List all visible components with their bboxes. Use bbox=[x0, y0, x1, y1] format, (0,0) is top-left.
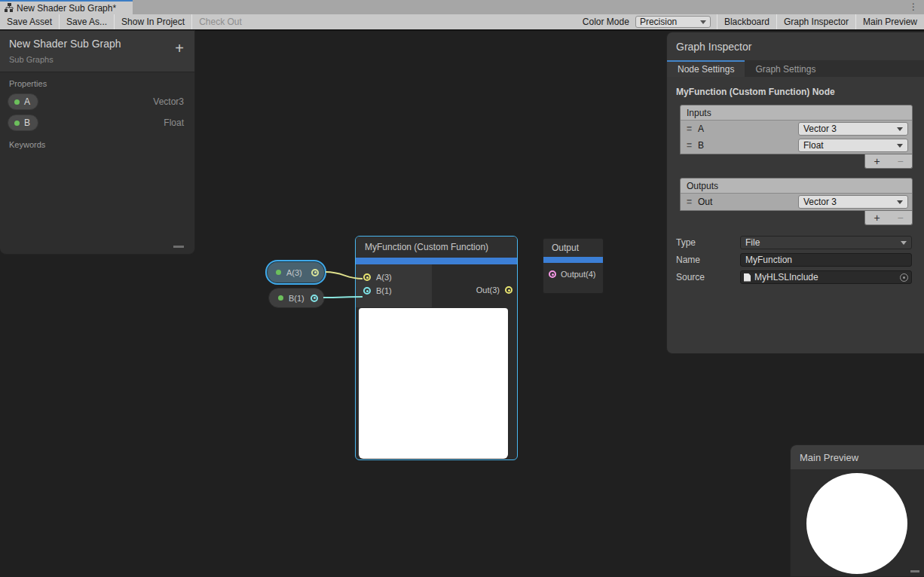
main-preview-toggle-button[interactable]: Main Preview bbox=[856, 14, 924, 29]
name-field-row: Name MyFunction bbox=[667, 253, 924, 267]
property-type: Float bbox=[164, 118, 184, 128]
source-field-row: Source MyHLSLInclude bbox=[667, 270, 924, 284]
property-pill[interactable]: A bbox=[8, 93, 38, 110]
blackboard-subtitle: Sub Graphs bbox=[9, 55, 185, 64]
show-in-project-button[interactable]: Show In Project bbox=[115, 14, 191, 29]
input-type-dropdown[interactable]: Vector 3 bbox=[798, 122, 908, 136]
toolbar: Save Asset Save As... Show In Project Ch… bbox=[0, 14, 924, 31]
input-row-b[interactable]: = B Float bbox=[681, 137, 912, 154]
source-label: Source bbox=[676, 272, 740, 282]
graph-inspector-title[interactable]: Graph Inspector bbox=[667, 32, 924, 60]
output-node[interactable]: Output Output(4) bbox=[543, 238, 604, 294]
add-output-button[interactable]: + bbox=[874, 212, 880, 224]
add-input-button[interactable]: + bbox=[874, 155, 880, 167]
color-mode-value: Precision bbox=[640, 17, 677, 27]
input-port-icon[interactable] bbox=[363, 287, 371, 295]
main-preview-header[interactable]: Main Preview bbox=[791, 445, 924, 469]
save-as-button[interactable]: Save As... bbox=[60, 14, 114, 29]
node-input-ports: A(3) B(1) bbox=[356, 264, 432, 307]
input-port-row-output[interactable]: Output(4) bbox=[543, 263, 603, 279]
blackboard-property-a[interactable]: A Vector3 bbox=[0, 91, 194, 112]
blackboard-toggle-button[interactable]: Blackboard bbox=[717, 14, 776, 29]
name-value: MyFunction bbox=[745, 255, 792, 265]
input-type-dropdown[interactable]: Float bbox=[798, 139, 908, 152]
inputs-list-footer: + − bbox=[864, 154, 913, 169]
property-name: B bbox=[24, 118, 30, 128]
tab-graph-settings[interactable]: Graph Settings bbox=[745, 60, 826, 77]
color-mode-dropdown[interactable]: Precision bbox=[635, 16, 711, 28]
input-port-icon[interactable] bbox=[549, 270, 556, 278]
drag-handle-icon[interactable]: = bbox=[687, 140, 692, 151]
blackboard-header[interactable]: New Shader Sub Graph Sub Graphs + bbox=[0, 31, 194, 72]
tab-bar: New Shader Sub Graph* ⋮ bbox=[0, 0, 924, 14]
drag-handle-icon[interactable]: = bbox=[687, 124, 692, 134]
custom-function-node[interactable]: MyFunction (Custom Function) A(3) B(1) O… bbox=[355, 236, 518, 460]
tab-menu-icon[interactable]: ⋮ bbox=[909, 1, 918, 14]
main-preview-panel: Main Preview bbox=[790, 444, 924, 577]
precision-strip bbox=[356, 258, 517, 264]
property-type: Vector3 bbox=[153, 96, 184, 107]
output-type-value: Vector 3 bbox=[803, 197, 837, 207]
drag-handle-icon[interactable]: = bbox=[687, 197, 692, 207]
property-dot-icon bbox=[14, 121, 20, 126]
graph-inspector-panel: Graph Inspector Node Settings Graph Sett… bbox=[666, 32, 924, 354]
name-input[interactable]: MyFunction bbox=[740, 253, 912, 267]
property-name: A bbox=[24, 96, 30, 107]
output-type-dropdown[interactable]: Vector 3 bbox=[798, 195, 908, 209]
outputs-list: Outputs = Out Vector 3 bbox=[680, 178, 913, 211]
type-value: File bbox=[745, 237, 760, 248]
output-port-row-out[interactable]: Out(3) bbox=[476, 273, 512, 307]
property-node-b[interactable]: B(1) bbox=[268, 288, 325, 308]
chevron-down-icon bbox=[897, 127, 903, 131]
tab-title: New Shader Sub Graph* bbox=[17, 3, 116, 14]
object-picker-icon[interactable] bbox=[900, 273, 908, 282]
inputs-header: Inputs bbox=[681, 105, 912, 121]
type-label: Type bbox=[676, 237, 740, 248]
check-out-button: Check Out bbox=[192, 14, 249, 29]
graph-inspector-toggle-button[interactable]: Graph Inspector bbox=[777, 14, 855, 29]
node-title[interactable]: MyFunction (Custom Function) bbox=[356, 237, 517, 258]
node-preview-quad bbox=[359, 308, 508, 459]
output-row-out[interactable]: = Out Vector 3 bbox=[681, 194, 912, 210]
source-object-field[interactable]: MyHLSLInclude bbox=[740, 270, 912, 284]
property-node-a[interactable]: A(3) bbox=[265, 260, 326, 285]
remove-output-button[interactable]: − bbox=[897, 212, 903, 224]
remove-input-button[interactable]: − bbox=[897, 155, 903, 167]
property-pill[interactable]: B bbox=[8, 114, 38, 131]
input-port-icon[interactable] bbox=[363, 273, 371, 281]
inputs-list: Inputs = A Vector 3 = B Float bbox=[680, 105, 913, 154]
chevron-down-icon bbox=[700, 20, 706, 24]
blackboard-title: New Shader Sub Graph bbox=[9, 38, 185, 50]
blackboard-property-b[interactable]: B Float bbox=[0, 112, 194, 133]
input-name: A bbox=[698, 124, 704, 134]
output-port-icon[interactable] bbox=[505, 286, 512, 294]
input-port-row-a[interactable]: A(3) bbox=[356, 270, 432, 284]
port-label: A(3) bbox=[376, 273, 392, 282]
port-label: Output(4) bbox=[561, 270, 595, 279]
output-name: Out bbox=[698, 197, 712, 207]
type-dropdown[interactable]: File bbox=[740, 236, 912, 249]
resize-handle[interactable] bbox=[910, 570, 919, 572]
blackboard-panel: New Shader Sub Graph Sub Graphs + Proper… bbox=[0, 30, 195, 255]
property-node-label: B(1) bbox=[289, 294, 304, 303]
output-port-icon[interactable] bbox=[311, 269, 319, 276]
node-title[interactable]: Output bbox=[543, 239, 603, 257]
add-property-button[interactable]: + bbox=[175, 41, 184, 55]
input-row-a[interactable]: = A Vector 3 bbox=[681, 121, 912, 137]
input-port-row-b[interactable]: B(1) bbox=[356, 284, 432, 298]
color-mode-label: Color Mode bbox=[577, 17, 635, 27]
output-port-icon[interactable] bbox=[311, 295, 318, 302]
shader-graph-icon bbox=[5, 2, 14, 15]
port-label: B(1) bbox=[376, 286, 392, 295]
precision-strip bbox=[543, 257, 603, 263]
property-node-label: A(3) bbox=[286, 268, 302, 277]
resize-handle[interactable] bbox=[173, 246, 184, 248]
port-label: Out(3) bbox=[476, 285, 500, 295]
tab-new-shader-sub-graph[interactable]: New Shader Sub Graph* bbox=[0, 0, 133, 14]
tab-node-settings[interactable]: Node Settings bbox=[667, 60, 745, 77]
chevron-down-icon bbox=[897, 200, 903, 204]
save-asset-button[interactable]: Save Asset bbox=[0, 14, 59, 29]
input-type-value: Vector 3 bbox=[803, 124, 837, 134]
type-field-row: Type File bbox=[667, 236, 924, 249]
node-output-ports: Out(3) bbox=[432, 264, 517, 307]
